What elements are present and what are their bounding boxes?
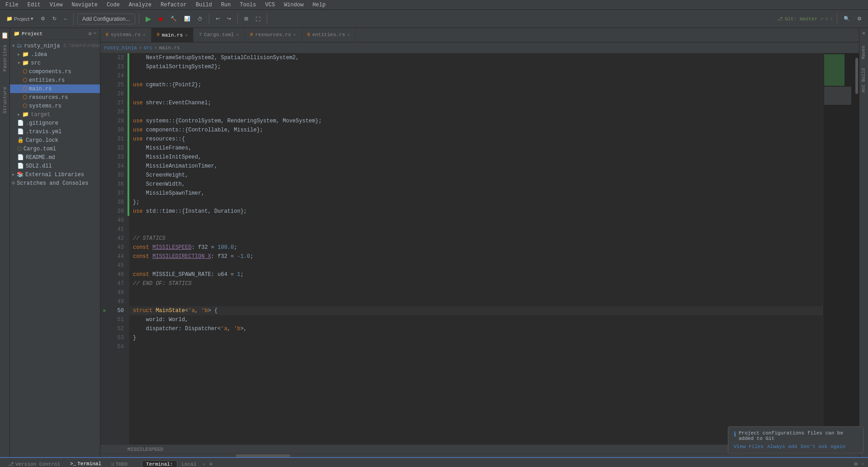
sidebar-item-components-rs[interactable]: ⬡ components.rs (10, 67, 100, 76)
sidebar-item-idea[interactable]: ▸ 📁 .idea (10, 50, 100, 59)
menu-edit[interactable]: Edit (26, 1, 42, 9)
editor-area: R systems.rs ✕ R main.rs ✕ T Cargo.toml … (100, 28, 859, 457)
sidebar-item-cargo-toml[interactable]: ⬡ Cargo.toml (10, 145, 100, 153)
menu-window[interactable]: Window (282, 1, 305, 9)
code-content[interactable]: NextFrameSetupSystem2, SpatialCollisionS… (129, 53, 823, 444)
terminal-local-tab[interactable]: Terminal: (142, 460, 177, 467)
sidebar-item-rusty-ninja[interactable]: ▾ 🗂 rusty_ninja C:\Users\robea\OneDri... (10, 42, 100, 50)
horizontal-scrollbar[interactable] (100, 453, 859, 457)
menu-file[interactable]: File (4, 1, 20, 9)
add-configuration-button[interactable]: Add Configuration... (77, 14, 135, 24)
bottom-panel-icons: ⚙ − (854, 461, 864, 467)
menu-analyze[interactable]: Analyze (127, 1, 153, 9)
stop-btn[interactable]: ⏹ (156, 14, 166, 23)
minimize-btn[interactable]: − (61, 14, 69, 23)
sidebar-item-gitignore[interactable]: 📄 .gitignore (10, 119, 100, 127)
tab-close-entities[interactable]: ✕ (347, 32, 350, 37)
search-everywhere-btn[interactable]: 🔍 (841, 14, 853, 23)
structure-icon[interactable]: Structure (2, 85, 8, 127)
profile-btn[interactable]: ⏱ (195, 14, 205, 23)
code-line-24 (129, 71, 823, 80)
maximize-editor-btn[interactable]: ⛶ (253, 14, 263, 23)
code-line-40 (129, 216, 823, 225)
gutter-54 (100, 342, 108, 351)
menu-help[interactable]: Help (311, 1, 327, 9)
tab-systems-rs[interactable]: R systems.rs ✕ (100, 28, 151, 42)
redo-btn[interactable]: ↪ (224, 14, 234, 23)
bottom-tab-terminal[interactable]: >_ Terminal (66, 459, 106, 467)
settings-gear-btn[interactable]: ⚙ (854, 14, 864, 23)
library-icon: 📚 (17, 171, 24, 178)
sidebar-item-travis-yml[interactable]: 📄 .travis.yml (10, 127, 100, 136)
rs-file-icon: ⬡ (23, 77, 27, 84)
undo-btn[interactable]: ↩ (213, 14, 222, 23)
notification-dont-ask[interactable]: Don't Ask Again (801, 444, 845, 449)
settings-btn[interactable]: ⚙ (38, 14, 48, 23)
menu-build[interactable]: Build (194, 1, 214, 9)
tab-close-main[interactable]: ✕ (185, 33, 188, 38)
build-btn[interactable]: 🔨 (168, 14, 179, 23)
code-line-52: dispatcher: Dispatcher<'a, 'b>, (129, 324, 823, 333)
new-terminal-btn[interactable]: + (207, 461, 216, 467)
tab-main-rs[interactable]: R main.rs ✕ (151, 28, 193, 42)
notification-always-add[interactable]: Always Add (767, 444, 797, 449)
code-line-41 (129, 225, 823, 234)
sidebar-item-resources-rs[interactable]: ⬡ resources.rs (10, 93, 100, 102)
tab-cargo-toml[interactable]: T Cargo.toml ✕ (193, 28, 245, 42)
sidebar-settings-icon[interactable]: ⚙ (89, 31, 92, 37)
bottom-tab-vcs[interactable]: ⎇ Version Control (4, 459, 65, 467)
sidebar-item-entities-rs[interactable]: ⬡ entities.rs (10, 76, 100, 84)
project-dropdown[interactable]: 📁 Project ▾ (4, 14, 36, 23)
terminal-tab-local[interactable]: Local (178, 461, 200, 467)
git-status[interactable]: ⎇ Git: master ✓ ✓ ↑ (777, 16, 833, 22)
bottom-tab-todo[interactable]: ☑ TODO (107, 459, 132, 467)
tab-resources-rs[interactable]: R resources.rs ✕ (245, 28, 302, 42)
menu-vcs[interactable]: VCS (264, 1, 277, 9)
sidebar-item-systems-rs[interactable]: ⬡ systems.rs (10, 102, 100, 110)
notification-view-files[interactable]: View Files (734, 444, 764, 449)
right-panel: ✕ Maven Ant Build (859, 28, 868, 457)
gutter-35 (100, 171, 108, 180)
gutter-53 (100, 333, 108, 342)
menu-code[interactable]: Code (105, 1, 122, 9)
scrollbar-thumb[interactable] (855, 58, 858, 94)
sidebar-minimize-icon[interactable]: − (93, 31, 96, 37)
terminal-tab-close[interactable]: ✕ (203, 462, 206, 467)
sidebar-item-cargo-lock[interactable]: 🔒 Cargo.lock (10, 136, 100, 145)
tab-close-systems[interactable]: ✕ (143, 32, 146, 37)
favorites-icon[interactable]: Favorites (2, 43, 8, 85)
gutter-39 (100, 207, 108, 216)
layout-btn[interactable]: ⊞ (241, 14, 251, 23)
sync-btn[interactable]: ↻ (50, 14, 59, 23)
tab-close-resources[interactable]: ✕ (293, 32, 296, 37)
coverage-btn[interactable]: 📊 (181, 14, 193, 23)
sidebar-item-target[interactable]: ▸ 📁 target (10, 110, 100, 119)
run-button[interactable]: ▶ (143, 13, 154, 25)
tab-close-cargo[interactable]: ✕ (236, 32, 239, 37)
menu-refactor[interactable]: Refactor (159, 1, 189, 9)
menu-navigate[interactable]: Navigate (70, 1, 99, 9)
tab-entities-rs[interactable]: R entities.rs ✕ (302, 28, 356, 42)
arrow-down-icon: ▾ (12, 42, 15, 49)
sidebar-item-main-rs[interactable]: ⬡ main.rs (10, 84, 100, 93)
sidebar-item-readme-md[interactable]: 📄 README.md (10, 153, 100, 162)
settings-icon[interactable]: ⚙ (854, 461, 858, 467)
sidebar-item-src[interactable]: ▾ 📁 src (10, 59, 100, 67)
project-icon[interactable]: 📋 (1, 28, 9, 43)
code-line-25: use cgmath::{Point2}; (129, 80, 823, 89)
scroll-thumb-h[interactable] (236, 454, 290, 457)
sidebar-item-external-libraries[interactable]: ▸ 📚 External Libraries (10, 170, 100, 179)
minimize-panel-icon[interactable]: − (861, 461, 864, 467)
ant-tab[interactable]: Ant Build (861, 68, 866, 93)
menu-tools[interactable]: Tools (238, 1, 258, 9)
code-line-28 (129, 107, 823, 117)
close-panel-icon[interactable]: ✕ (862, 30, 865, 37)
fold-icon[interactable]: ⊕ (103, 308, 106, 313)
sidebar-item-scratches-consoles[interactable]: ⊙ Scratches and Consoles (10, 179, 100, 187)
project-folder-icon: 🗂 (17, 42, 22, 49)
sidebar-item-sdl2-dll[interactable]: 📄 SDL2.dll (10, 162, 100, 170)
maven-tab[interactable]: Maven (861, 46, 866, 59)
menu-view[interactable]: View (48, 1, 65, 9)
code-line-31: use resources::{ (129, 135, 823, 144)
menu-run[interactable]: Run (219, 1, 233, 9)
